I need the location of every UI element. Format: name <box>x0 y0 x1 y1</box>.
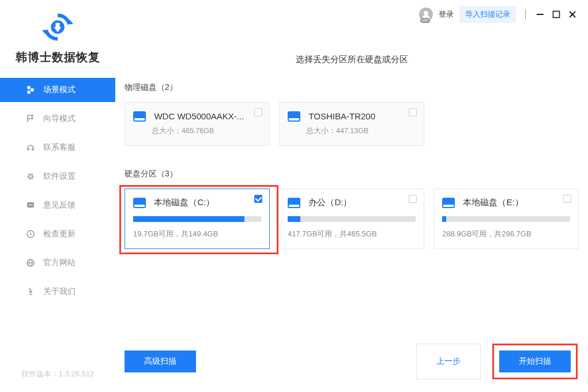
sidebar-item-about[interactable]: 关于我们 <box>0 280 115 304</box>
svg-point-9 <box>27 91 31 94</box>
divider <box>525 9 526 20</box>
minimize-button[interactable] <box>535 9 545 20</box>
checkbox[interactable] <box>409 195 417 203</box>
disk-sub: 总大小：447.13GB <box>306 126 416 136</box>
usage-fill <box>133 216 244 222</box>
login-link[interactable]: 登录 <box>439 9 454 20</box>
partition-name: 本地磁盘（C:） <box>154 197 214 208</box>
disk-icon <box>133 111 146 122</box>
sidebar: 韩博士数据恢复 场景模式 向导模式 联系客服 软件设置 意见反馈 检查更新 <box>0 0 115 392</box>
disk-sub: 总大小：465.76GB <box>152 126 261 136</box>
sidebar-item-label: 场景模式 <box>43 85 76 95</box>
svg-point-8 <box>31 88 34 92</box>
disk-icon <box>288 198 300 208</box>
maximize-button[interactable] <box>551 9 561 20</box>
sidebar-item-feedback[interactable]: 意见反馈 <box>0 193 115 217</box>
usage-bar <box>442 216 570 222</box>
usage-fill <box>288 216 300 222</box>
sidebar-item-scene-mode[interactable]: 场景模式 <box>0 78 115 102</box>
sidebar-item-label: 软件设置 <box>43 171 76 182</box>
flag-icon <box>26 114 35 123</box>
sidebar-item-label: 意见反馈 <box>43 200 76 210</box>
main-panel: 选择丢失分区所在硬盘或分区 物理磁盘（2） WDC WD5000AAKX-...… <box>115 29 588 392</box>
import-scan-button[interactable]: 导入扫描记录 <box>459 6 516 23</box>
vip-badge: VIP <box>420 18 430 23</box>
usage-bar <box>133 216 261 222</box>
sidebar-item-label: 关于我们 <box>43 287 76 297</box>
svg-point-12 <box>29 205 30 206</box>
globe-icon <box>26 258 35 267</box>
partition-name: 办公（D:） <box>308 197 352 208</box>
partitions-row: 本地磁盘（C:） 19.7GB可用，共149.4GB 办公（D:） 417.7G… <box>125 189 588 249</box>
scene-icon <box>26 85 35 95</box>
update-icon <box>26 229 35 239</box>
partition-sub: 19.7GB可用，共149.4GB <box>133 229 261 239</box>
sidebar-item-label: 向导模式 <box>43 114 76 124</box>
sidebar-item-label: 联系客服 <box>43 142 76 153</box>
sidebar-item-website[interactable]: 官方网站 <box>0 251 115 275</box>
partition-sub: 288.9GB可用，共296.7GB <box>442 229 570 239</box>
sidebar-item-support[interactable]: 联系客服 <box>0 135 115 160</box>
partitions-label: 硬盘分区（3） <box>125 169 588 179</box>
highlight-annotation: 开始扫描 <box>492 344 578 379</box>
footer: 高级扫描 上一步 开始扫描 <box>125 344 578 379</box>
app-logo <box>41 10 74 44</box>
disk-name: WDC WD5000AAKX-... <box>154 111 244 121</box>
advanced-scan-button[interactable]: 高级扫描 <box>125 350 196 372</box>
sidebar-item-label: 检查更新 <box>43 229 76 239</box>
physical-disks-row: WDC WD5000AAKX-... 总大小：465.76GB TOSHIBA-… <box>125 102 588 146</box>
checkbox[interactable] <box>254 108 262 116</box>
prev-button[interactable]: 上一步 <box>416 344 481 379</box>
page-title: 选择丢失分区所在硬盘或分区 <box>115 38 588 82</box>
checkbox[interactable] <box>563 195 571 203</box>
sidebar-item-wizard-mode[interactable]: 向导模式 <box>0 107 115 131</box>
partition-card[interactable]: 办公（D:） 417.7GB可用，共465.5GB <box>279 189 424 249</box>
avatar[interactable]: VIP <box>419 7 433 21</box>
version-label: 软件版本：1.3.26.512 <box>0 369 115 379</box>
checkbox[interactable] <box>254 195 262 203</box>
svg-point-7 <box>27 86 31 89</box>
svg-rect-1 <box>553 12 560 18</box>
disk-icon <box>442 198 455 208</box>
svg-point-13 <box>30 205 31 206</box>
partition-sub: 417.7GB可用，共465.5GB <box>288 229 416 239</box>
gear-icon <box>26 172 35 181</box>
disk-icon <box>133 198 146 208</box>
titlebar: VIP 登录 导入扫描记录 <box>419 0 588 29</box>
close-button[interactable] <box>567 9 578 20</box>
partition-card[interactable]: 本地磁盘（C:） 19.7GB可用，共149.4GB <box>125 189 270 249</box>
sidebar-item-settings[interactable]: 软件设置 <box>0 164 115 189</box>
headset-icon <box>26 143 35 152</box>
physical-disks-label: 物理磁盘（2） <box>125 82 588 93</box>
physical-disk-card[interactable]: TOSHIBA-TR200 总大小：447.13GB <box>279 102 424 146</box>
partition-card[interactable]: 本地磁盘（E:） 288.9GB可用，共296.7GB <box>434 189 579 249</box>
app-name: 韩博士数据恢复 <box>0 50 115 65</box>
sidebar-item-update[interactable]: 检查更新 <box>0 222 115 246</box>
svg-rect-0 <box>537 14 544 15</box>
about-icon <box>26 287 35 296</box>
physical-disk-card[interactable]: WDC WD5000AAKX-... 总大小：465.76GB <box>125 102 270 146</box>
side-menu: 场景模式 向导模式 联系客服 软件设置 意见反馈 检查更新 官方网站 关于我们 <box>0 78 115 304</box>
usage-bar <box>288 216 416 222</box>
sidebar-item-label: 官方网站 <box>43 258 76 268</box>
disk-name: TOSHIBA-TR200 <box>308 111 375 121</box>
start-scan-button[interactable]: 开始扫描 <box>499 350 571 372</box>
usage-fill <box>442 216 446 222</box>
feedback-icon <box>26 201 35 210</box>
partition-name: 本地磁盘（E:） <box>463 197 523 208</box>
disk-icon <box>288 111 300 122</box>
svg-point-10 <box>29 175 32 178</box>
svg-point-14 <box>32 205 33 206</box>
checkbox[interactable] <box>409 108 417 116</box>
